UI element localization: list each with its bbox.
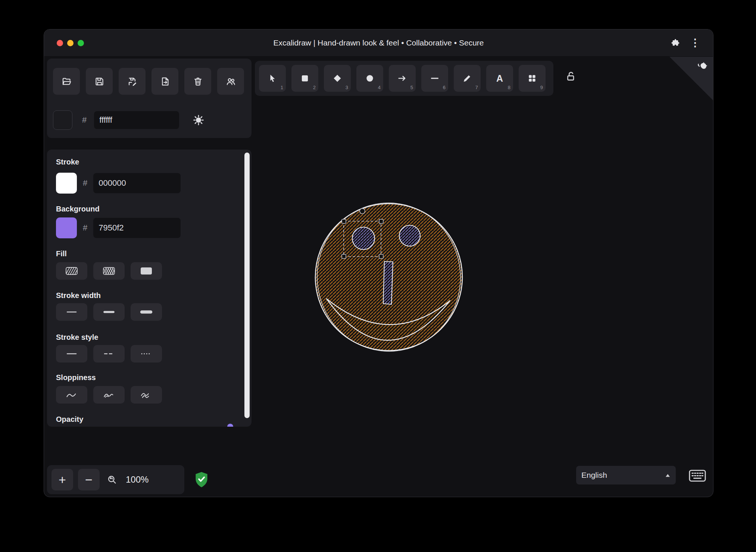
fill-cross-hatch-button[interactable]: [93, 262, 125, 280]
dashed-stroke-icon: [103, 349, 115, 358]
sloppiness-label: Sloppiness: [56, 373, 96, 382]
text-tool-icon: A: [496, 73, 503, 84]
open-file-button[interactable]: [53, 68, 80, 95]
thin-line-icon: [65, 308, 78, 316]
stroke-style-label: Stroke style: [56, 333, 98, 342]
solid-stroke-icon: [65, 349, 78, 358]
encryption-shield-badge[interactable]: [194, 471, 209, 488]
language-select[interactable]: English: [576, 466, 676, 484]
drawing-smiley-face[interactable]: [312, 198, 466, 356]
stroke-color-swatch[interactable]: [56, 173, 77, 194]
tool-diamond[interactable]: 3: [324, 65, 351, 92]
tool-line[interactable]: 6: [421, 65, 448, 92]
sloppiness-cartoonist-button[interactable]: [131, 386, 162, 404]
app-window: Excalidraw | Hand-drawn look & feel • Co…: [44, 29, 713, 497]
background-hex-input[interactable]: [93, 218, 181, 238]
selection-handle-se[interactable]: [379, 254, 383, 258]
extra-bold-line-icon: [140, 308, 153, 316]
lock-open-icon[interactable]: [565, 70, 576, 82]
save-floppy-icon: [94, 76, 104, 87]
plus-icon: +: [59, 473, 66, 487]
artist-icon: [103, 391, 115, 399]
stroke-width-extra-bold-button[interactable]: [131, 303, 162, 321]
tool-arrow[interactable]: 5: [389, 65, 416, 92]
tool-library[interactable]: 9: [519, 65, 546, 92]
solid-fill-icon: [140, 267, 153, 275]
window-title: Excalidraw | Hand-drawn look & feel • Co…: [273, 29, 484, 56]
opacity-label: Opacity: [56, 415, 83, 424]
properties-panel: Stroke # Background # Fill: [47, 150, 252, 427]
tool-draw[interactable]: 7: [454, 65, 481, 92]
sloppiness-architect-button[interactable]: [56, 386, 87, 404]
clear-canvas-button[interactable]: [184, 68, 211, 95]
arrow-icon: [397, 73, 407, 83]
stroke-style-solid-button[interactable]: [56, 345, 87, 363]
sloppiness-artist-button[interactable]: [93, 386, 125, 404]
stroke-width-thin-button[interactable]: [56, 303, 87, 321]
minimize-window-button[interactable]: [67, 40, 74, 46]
cursor-icon: [268, 73, 277, 83]
reset-zoom-icon[interactable]: [107, 474, 117, 485]
canvas-background-swatch[interactable]: [53, 110, 72, 130]
rotation-handle[interactable]: [360, 208, 365, 214]
hash-symbol: #: [82, 115, 87, 125]
traffic-lights: [57, 40, 84, 46]
panel-scrollbar-thumb[interactable]: [244, 153, 250, 418]
tool-shortcut: 4: [378, 85, 381, 90]
stroke-width-label: Stroke width: [56, 291, 101, 300]
stroke-hex-input[interactable]: [93, 173, 181, 193]
canvas-background-hex-input[interactable]: [94, 111, 179, 129]
fill-label: Fill: [56, 250, 67, 258]
fill-hachure-button[interactable]: [56, 262, 87, 280]
zoom-in-button[interactable]: +: [51, 469, 73, 490]
library-grid-icon: [527, 73, 537, 83]
zoom-level[interactable]: 100%: [126, 474, 149, 485]
stroke-style-dashed-button[interactable]: [93, 345, 125, 363]
export-button[interactable]: [151, 68, 178, 95]
rectangle-icon: [300, 73, 310, 83]
diamond-icon: [332, 73, 342, 83]
theme-toggle-sun-icon[interactable]: [193, 114, 204, 126]
close-window-button[interactable]: [57, 40, 63, 46]
tool-shortcut: 6: [443, 85, 446, 90]
opacity-slider-thumb[interactable]: [227, 424, 233, 427]
bold-line-icon: [103, 308, 115, 316]
keyboard-shortcuts-icon[interactable]: [689, 470, 706, 482]
tool-shortcut: 7: [475, 85, 478, 90]
tool-shortcut: 8: [508, 85, 510, 90]
tool-rectangle[interactable]: 2: [291, 65, 318, 92]
background-color-swatch[interactable]: [56, 217, 77, 238]
tool-selection[interactable]: 1: [259, 65, 286, 92]
tool-text[interactable]: A 8: [486, 65, 513, 92]
save-as-icon: [127, 76, 137, 87]
save-as-button[interactable]: [119, 68, 146, 95]
tool-shortcut: 9: [540, 85, 543, 90]
ellipse-icon: [365, 73, 375, 83]
tool-ellipse[interactable]: 4: [356, 65, 383, 92]
stroke-width-bold-button[interactable]: [93, 303, 125, 321]
selection-handle-sw[interactable]: [342, 254, 346, 258]
stroke-style-dotted-button[interactable]: [131, 345, 162, 363]
tool-shortcut: 1: [281, 85, 283, 90]
save-button[interactable]: [86, 68, 113, 95]
hachure-icon: [65, 267, 78, 275]
titlebar: Excalidraw | Hand-drawn look & feel • Co…: [44, 29, 713, 57]
overflow-menu-icon[interactable]: ⋮: [690, 38, 700, 48]
octocat-icon: [693, 58, 712, 77]
background-label: Background: [56, 205, 100, 213]
tool-shortcut: 5: [410, 85, 413, 90]
tool-shortcut: 2: [313, 85, 316, 90]
line-icon: [430, 73, 440, 83]
zoom-island: + − 100%: [47, 465, 184, 494]
extension-puzzle-icon[interactable]: [671, 38, 680, 48]
collaborators-button[interactable]: [217, 68, 244, 95]
minus-icon: −: [85, 473, 93, 487]
maximize-window-button[interactable]: [78, 40, 84, 46]
chevron-up-icon: [665, 473, 671, 477]
people-icon: [226, 76, 236, 87]
selection-handle-nw[interactable]: [342, 219, 346, 223]
zoom-out-button[interactable]: −: [78, 469, 100, 490]
fill-solid-button[interactable]: [131, 262, 162, 280]
hash-symbol: #: [83, 178, 87, 188]
selection-handle-ne[interactable]: [379, 219, 383, 223]
